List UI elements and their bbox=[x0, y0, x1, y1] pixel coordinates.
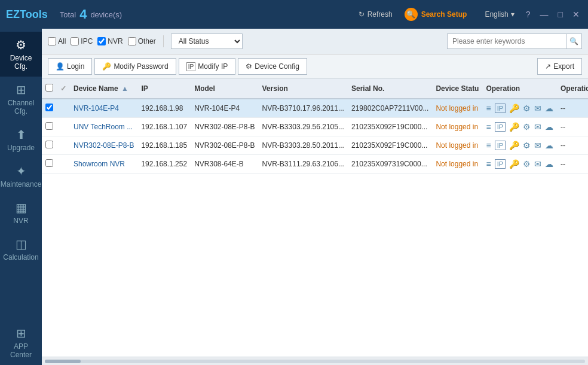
export-label: Export bbox=[553, 62, 574, 71]
op-mail-icon[interactable]: ✉ bbox=[534, 141, 541, 150]
header-version[interactable]: Version bbox=[259, 79, 348, 99]
filter-ipc-checkbox[interactable] bbox=[71, 37, 79, 45]
op-menu-icon[interactable]: ≡ bbox=[486, 104, 491, 113]
op-key-icon[interactable]: 🔑 bbox=[509, 159, 519, 169]
op-ip-btn[interactable]: IP bbox=[495, 141, 506, 150]
row-ops-icons: ≡ IP 🔑 ⚙ ✉ ☁ bbox=[482, 99, 557, 118]
refresh-button[interactable]: ↻ Refresh bbox=[353, 8, 399, 21]
search-input[interactable] bbox=[447, 34, 566, 49]
select-all-checkbox[interactable] bbox=[45, 84, 53, 92]
filter-nvr-checkbox[interactable] bbox=[97, 37, 106, 45]
help-button[interactable]: ? bbox=[523, 10, 533, 19]
row-checkbox[interactable] bbox=[45, 159, 53, 167]
header-device-name[interactable]: Device Name ▲ bbox=[70, 79, 137, 99]
row-model: NVR302-08E-P8-B bbox=[191, 118, 258, 136]
language-selector[interactable]: English ▾ bbox=[485, 10, 514, 19]
op-mail-icon[interactable]: ✉ bbox=[534, 159, 541, 169]
op-mail-icon[interactable]: ✉ bbox=[534, 122, 541, 132]
row-checkbox-cell[interactable] bbox=[42, 136, 57, 155]
row-checkbox[interactable] bbox=[45, 141, 53, 148]
close-button[interactable]: ✕ bbox=[570, 10, 582, 19]
export-button[interactable]: ↗ Export bbox=[537, 58, 582, 75]
row-checkbox-cell[interactable] bbox=[42, 118, 57, 136]
op-cloud-icon[interactable]: ☁ bbox=[545, 122, 553, 132]
sidebar-label-channel-cfg: Channel Cfg. bbox=[3, 99, 39, 115]
minimize-button[interactable]: — bbox=[538, 10, 551, 19]
header-status[interactable]: Device Statu bbox=[432, 79, 482, 99]
filter-other[interactable]: Other bbox=[128, 37, 156, 45]
sidebar-item-device-cfg[interactable]: ⚙ Device Cfg. bbox=[0, 32, 42, 77]
row-device-name: UNV TechRoom ... bbox=[70, 118, 137, 136]
row-checkbox-cell[interactable] bbox=[42, 99, 57, 118]
op-key-icon[interactable]: 🔑 bbox=[509, 141, 519, 150]
filter-nvr-label: NVR bbox=[108, 37, 122, 45]
op-menu-icon[interactable]: ≡ bbox=[486, 122, 491, 132]
filter-ipc[interactable]: IPC bbox=[71, 37, 93, 45]
device-config-label: Device Config bbox=[255, 62, 299, 71]
header-model[interactable]: Model bbox=[191, 79, 258, 99]
sidebar-label-app-center: APP Center bbox=[3, 342, 39, 359]
row-device-name: Showroom NVR bbox=[70, 155, 137, 174]
header-serial[interactable]: Serial No. bbox=[348, 79, 432, 99]
row-ops-icons: ≡ IP 🔑 ⚙ ✉ ☁ bbox=[482, 136, 557, 155]
row-checkbox[interactable] bbox=[45, 104, 53, 111]
op-key-icon[interactable]: 🔑 bbox=[509, 104, 519, 113]
filter-bar: All IPC NVR Other All Status Online Offl… bbox=[42, 29, 588, 54]
op-cloud-icon[interactable]: ☁ bbox=[545, 104, 553, 113]
login-label: Login bbox=[67, 62, 84, 71]
sidebar-item-maintenance[interactable]: ✦ Maintenance bbox=[0, 158, 42, 194]
op-ip-btn[interactable]: IP bbox=[495, 159, 506, 169]
op-cloud-icon[interactable]: ☁ bbox=[545, 159, 553, 169]
app-logo: EZTools bbox=[6, 8, 48, 21]
op-mail-icon[interactable]: ✉ bbox=[534, 104, 541, 113]
header-ip[interactable]: IP bbox=[137, 79, 191, 99]
op-menu-icon[interactable]: ≡ bbox=[486, 159, 491, 169]
sidebar-item-nvr[interactable]: ▦ NVR bbox=[0, 194, 42, 231]
op-gear-icon[interactable]: ⚙ bbox=[523, 141, 531, 150]
row-ops-extra: -- bbox=[557, 118, 588, 136]
search-button[interactable]: 🔍 bbox=[566, 34, 582, 49]
modify-password-button[interactable]: 🔑 Modify Password bbox=[94, 58, 176, 75]
ip-icon: IP bbox=[186, 62, 195, 71]
modify-ip-button[interactable]: IP Modify IP bbox=[179, 58, 235, 75]
row-ip: 192.168.1.185 bbox=[137, 136, 191, 155]
table-row: NVR302-08E-P8-B 192.168.1.185 NVR302-08E… bbox=[42, 136, 588, 155]
sidebar-item-app-center[interactable]: ⊞ APP Center bbox=[0, 320, 42, 365]
sidebar-item-calculation[interactable]: ◫ Calculation bbox=[0, 231, 42, 267]
filter-other-checkbox[interactable] bbox=[128, 37, 136, 45]
sidebar-item-channel-cfg[interactable]: ⊞ Channel Cfg. bbox=[0, 77, 42, 121]
op-ip-btn[interactable]: IP bbox=[495, 122, 506, 132]
window-controls: ? — □ ✕ bbox=[523, 10, 582, 19]
maximize-button[interactable]: □ bbox=[556, 10, 565, 19]
op-menu-icon[interactable]: ≡ bbox=[486, 141, 491, 150]
row-num bbox=[57, 136, 70, 155]
content-area: All IPC NVR Other All Status Online Offl… bbox=[42, 29, 588, 365]
row-ops-icons: ≡ IP 🔑 ⚙ ✉ ☁ bbox=[482, 118, 557, 136]
filter-nvr[interactable]: NVR bbox=[97, 37, 122, 45]
table-row: NVR-104E-P4 192.168.1.98 NVR-104E-P4 NVR… bbox=[42, 99, 588, 118]
search-setup-label: Search Setup bbox=[421, 10, 467, 19]
device-config-button[interactable]: ⚙ Device Config bbox=[238, 58, 307, 75]
op-gear-icon[interactable]: ⚙ bbox=[523, 104, 531, 113]
op-cloud-icon[interactable]: ☁ bbox=[545, 141, 553, 150]
login-button[interactable]: 👤 Login bbox=[48, 58, 92, 75]
scrollbar-thumb[interactable] bbox=[45, 360, 81, 363]
total-count: 4 bbox=[79, 7, 87, 22]
op-gear-icon[interactable]: ⚙ bbox=[523, 122, 531, 132]
row-num bbox=[57, 99, 70, 118]
row-checkbox-cell[interactable] bbox=[42, 155, 57, 174]
table-header-row: ✓ Device Name ▲ IP Model Version Serial … bbox=[42, 79, 588, 99]
op-gear-icon[interactable]: ⚙ bbox=[523, 159, 531, 169]
op-key-icon[interactable]: 🔑 bbox=[509, 122, 519, 132]
filter-all[interactable]: All bbox=[48, 37, 66, 45]
filter-all-checkbox[interactable] bbox=[48, 37, 56, 45]
op-ip-btn[interactable]: IP bbox=[495, 104, 506, 113]
horizontal-scrollbar[interactable] bbox=[42, 357, 588, 365]
search-setup-button[interactable]: 🔍 Search Setup bbox=[399, 5, 473, 23]
sidebar-label-nvr: NVR bbox=[13, 217, 28, 225]
scrollbar-track bbox=[45, 360, 585, 363]
row-checkbox[interactable] bbox=[45, 122, 53, 130]
sliders-icon: ⊞ bbox=[16, 83, 26, 97]
sidebar-item-upgrade[interactable]: ⬆ Upgrade bbox=[0, 121, 42, 158]
status-filter[interactable]: All Status Online Offline Not Logged In bbox=[171, 34, 243, 49]
